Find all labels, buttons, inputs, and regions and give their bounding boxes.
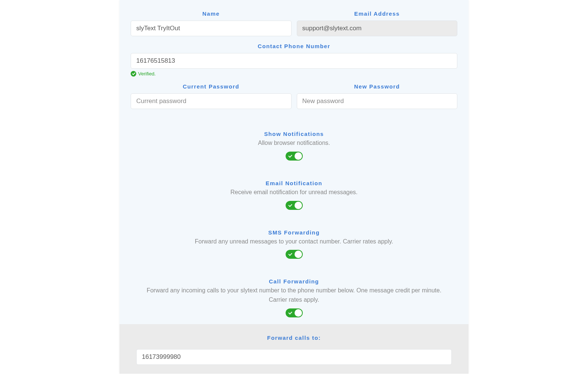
forward-number-input[interactable]	[136, 349, 452, 365]
email-notification-desc: Receive email notification for unread me…	[131, 188, 457, 197]
forward-calls-panel: Forward calls to:	[119, 324, 469, 374]
show-notifications-desc: Allow browser notifications.	[131, 139, 457, 148]
sms-forwarding-desc: Forward any unread messages to your cont…	[131, 237, 457, 246]
name-input[interactable]	[131, 21, 292, 36]
email-label: Email Address	[297, 10, 458, 17]
contact-phone-label: Contact Phone Number	[131, 43, 457, 49]
email-input	[297, 21, 458, 36]
current-password-label: Current Password	[131, 83, 292, 90]
sms-forwarding-toggle[interactable]	[286, 250, 303, 259]
call-forwarding-toggle[interactable]	[286, 308, 303, 317]
check-circle-icon	[131, 71, 136, 77]
current-password-input[interactable]	[131, 93, 292, 109]
email-notification-toggle[interactable]	[286, 201, 303, 210]
forward-calls-label: Forward calls to:	[136, 335, 452, 341]
sms-forwarding-label: SMS Forwarding	[131, 229, 457, 236]
contact-phone-input[interactable]	[131, 53, 457, 69]
new-password-label: New Password	[297, 83, 458, 90]
new-password-input[interactable]	[297, 93, 458, 109]
call-forwarding-block: Call Forwarding Forward any incoming cal…	[131, 278, 457, 319]
verified-status: Verified.	[131, 71, 457, 77]
email-notification-block: Email Notification Receive email notific…	[131, 180, 457, 211]
call-forwarding-label: Call Forwarding	[131, 278, 457, 285]
call-forwarding-desc: Forward any incoming calls to your slyte…	[131, 286, 457, 305]
sms-forwarding-block: SMS Forwarding Forward any unread messag…	[131, 229, 457, 261]
show-notifications-label: Show Notifications	[131, 131, 457, 137]
email-notification-label: Email Notification	[131, 180, 457, 186]
verified-text: Verified.	[138, 71, 156, 77]
show-notifications-toggle[interactable]	[286, 152, 303, 161]
name-label: Name	[131, 10, 292, 17]
show-notifications-block: Show Notifications Allow browser notific…	[131, 131, 457, 162]
settings-panel: Name Email Address Contact Phone Number …	[119, 0, 469, 374]
